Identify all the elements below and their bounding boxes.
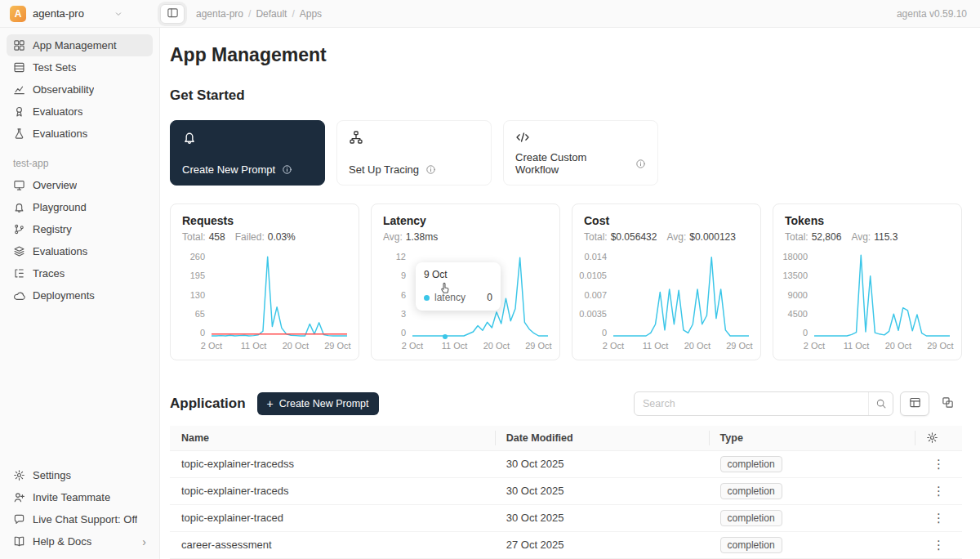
- breadcrumb: agenta-pro/Default/Apps: [196, 8, 322, 20]
- cloud-icon: [13, 289, 25, 302]
- sidebar: App ManagementTest SetsObservabilityEval…: [0, 28, 160, 559]
- observability-icon: [13, 83, 25, 96]
- table-header-row: NameDate ModifiedType: [170, 426, 962, 450]
- sidebar-item-invite-teammate[interactable]: Invite Teammate: [7, 486, 153, 508]
- sidebar-main-nav: App ManagementTest SetsObservabilityEval…: [7, 34, 153, 145]
- table-controls: [634, 391, 962, 416]
- row-more-button[interactable]: ⋮: [927, 456, 951, 472]
- evaluators-icon: [13, 105, 25, 118]
- chart-cost[interactable]: 0.0140.01050.0070.00350: [584, 253, 749, 338]
- column-header-name[interactable]: Name: [170, 426, 495, 450]
- workspace-name[interactable]: agenta-pro: [33, 7, 84, 20]
- search-box: [634, 391, 893, 416]
- breadcrumb-item[interactable]: Apps: [300, 8, 322, 20]
- sidebar-item-settings[interactable]: Settings: [7, 464, 153, 486]
- metric-stats: Total:52,806Avg:115.3: [785, 231, 950, 243]
- info-icon[interactable]: [425, 164, 436, 175]
- metric-stats: Total:458Failed:0.03%: [182, 231, 347, 243]
- type-tag: completion: [720, 483, 782, 499]
- bell-icon: [13, 201, 25, 213]
- column-header-type[interactable]: Type: [709, 426, 915, 450]
- sidebar-section-label: test-app: [13, 158, 153, 169]
- metric-stats: Avg:1.38ms: [383, 231, 548, 243]
- tracing-icon: [349, 130, 363, 145]
- flask-icon: [13, 127, 25, 140]
- metric-card-latency: LatencyAvg:1.38ms1296309 Octlatency02 Oc…: [371, 203, 560, 360]
- get-started-heading: Get Started: [170, 87, 962, 104]
- monitor-icon: [13, 179, 25, 191]
- table-view-button[interactable]: [900, 391, 929, 416]
- bell-icon: [182, 130, 197, 145]
- info-icon[interactable]: [635, 159, 646, 169]
- testsets-icon: [13, 61, 25, 74]
- traces-icon: [13, 267, 25, 280]
- table-row[interactable]: topic-explainer-traced30 Oct 2025complet…: [170, 504, 962, 531]
- sidebar-item-registry[interactable]: Registry: [7, 218, 153, 240]
- main-content: App Management Get Started Create New Pr…: [160, 28, 980, 559]
- table-row[interactable]: career-assessment27 Oct 2025completion⋮: [170, 531, 962, 558]
- table-settings-icon[interactable]: [926, 432, 938, 444]
- chat-icon: [13, 513, 25, 525]
- sidebar-item-evaluations[interactable]: Evaluations: [7, 123, 153, 145]
- start-card-set-up-tracing[interactable]: Set Up Tracing: [336, 120, 492, 186]
- sidebar-item-app-management[interactable]: App Management: [7, 34, 153, 56]
- y-axis-labels: 260195130650: [182, 253, 212, 338]
- table-view-icon: [909, 396, 921, 411]
- table-row[interactable]: topic-explainer-traceds30 Oct 2025comple…: [170, 477, 962, 504]
- sidebar-item-help-docs[interactable]: Help & Docs›: [7, 530, 153, 552]
- grid-icon: [13, 39, 25, 51]
- sidebar-bottom-nav: SettingsInvite TeammateLive Chat Support…: [7, 464, 153, 552]
- y-axis-labels: 129630: [383, 253, 412, 338]
- sidebar-item-evaluations[interactable]: Evaluations: [7, 240, 153, 262]
- row-more-button[interactable]: ⋮: [927, 510, 951, 526]
- sidebar-item-deployments[interactable]: Deployments: [7, 284, 153, 306]
- chart-tooltip: 9 Octlatency0: [416, 262, 501, 311]
- card-view-button[interactable]: [933, 391, 962, 416]
- start-card-create-custom-workflow[interactable]: Create Custom Workflow: [503, 120, 658, 186]
- metric-card-cost: CostTotal:$0.056432Avg:$0.0001230.0140.0…: [572, 203, 761, 360]
- apps-table: NameDate ModifiedType topic-explainer-tr…: [170, 426, 962, 559]
- version-label: agenta v0.59.10: [897, 8, 967, 20]
- layers-icon: [13, 245, 25, 257]
- chart-requests[interactable]: 260195130650: [182, 253, 347, 338]
- row-more-button[interactable]: ⋮: [927, 483, 951, 499]
- workspace-avatar[interactable]: A: [10, 6, 26, 22]
- search-icon[interactable]: [868, 392, 893, 415]
- breadcrumb-item[interactable]: agenta-pro: [196, 8, 243, 20]
- workspace-switcher[interactable]: A agenta-pro: [0, 6, 160, 22]
- sidebar-item-observability[interactable]: Observability: [7, 78, 153, 101]
- row-more-button[interactable]: ⋮: [927, 537, 951, 553]
- search-input[interactable]: [635, 398, 868, 409]
- breadcrumb-item[interactable]: Default: [256, 8, 287, 20]
- sidebar-toggle-button[interactable]: [160, 4, 185, 24]
- x-axis-labels: 2 Oct11 Oct20 Oct29 Oct: [814, 341, 950, 353]
- sidebar-item-live-chat-support-off[interactable]: Live Chat Support: Off: [7, 508, 153, 530]
- chart-latency[interactable]: 1296309 Octlatency0: [383, 253, 548, 338]
- table-row[interactable]: topic-explainer-tracedss30 Oct 2025compl…: [170, 450, 962, 477]
- hover-marker: [443, 334, 448, 339]
- column-header-actions: [915, 426, 962, 450]
- sidebar-item-traces[interactable]: Traces: [7, 262, 153, 284]
- sidebar-item-test-sets[interactable]: Test Sets: [7, 56, 153, 78]
- sidebar-item-playground[interactable]: Playground: [7, 196, 153, 218]
- metric-card-tokens: TokensTotal:52,806Avg:115.31800013500900…: [773, 203, 962, 360]
- x-axis-labels: 2 Oct11 Oct20 Oct29 Oct: [613, 341, 749, 353]
- page-title: App Management: [170, 44, 962, 66]
- info-icon[interactable]: [282, 164, 292, 175]
- plus-icon: +: [267, 398, 274, 409]
- chevron-down-icon[interactable]: [114, 9, 123, 19]
- chart-tokens[interactable]: 1800013500900045000: [785, 253, 950, 338]
- start-card-create-new-prompt[interactable]: Create New Prompt: [170, 120, 325, 186]
- sidebar-app-nav: OverviewPlaygroundRegistryEvaluationsTra…: [7, 174, 153, 306]
- code-icon: [515, 130, 530, 145]
- metric-cards: RequestsTotal:458Failed:0.03%26019513065…: [170, 203, 962, 360]
- type-tag: completion: [720, 510, 782, 526]
- view-toggle: [900, 391, 962, 416]
- sidebar-item-overview[interactable]: Overview: [7, 174, 153, 196]
- sidebar-item-evaluators[interactable]: Evaluators: [7, 101, 153, 123]
- x-axis-labels: 2 Oct11 Oct20 Oct29 Oct: [212, 341, 347, 353]
- application-heading: Application: [170, 396, 246, 412]
- column-header-date-modified[interactable]: Date Modified: [495, 426, 709, 450]
- breadcrumb-separator: /: [292, 8, 294, 20]
- create-new-prompt-button[interactable]: + Create New Prompt: [257, 392, 379, 415]
